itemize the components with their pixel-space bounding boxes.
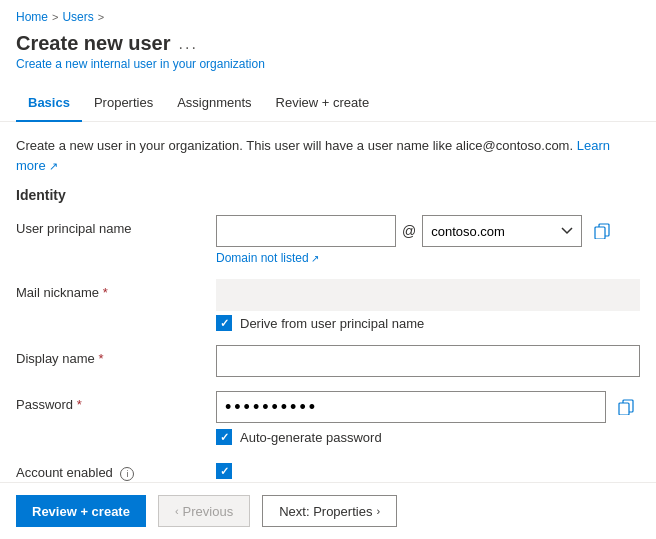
display-name-control (216, 345, 640, 377)
nickname-control: ✓ Derive from user principal name (216, 279, 640, 331)
previous-button[interactable]: ‹ Previous (158, 495, 250, 527)
password-row: Password ✓ Auto-generate password (16, 391, 640, 445)
password-control: ✓ Auto-generate password (216, 391, 640, 445)
nickname-row: Mail nickname ✓ Derive from user princip… (16, 279, 640, 331)
svg-rect-3 (619, 403, 629, 415)
account-info-icon[interactable]: i (120, 467, 134, 481)
nickname-label: Mail nickname (16, 279, 216, 300)
breadcrumb-home[interactable]: Home (16, 10, 48, 24)
upn-label: User principal name (16, 215, 216, 236)
autogenerate-checkbox[interactable]: ✓ (216, 429, 232, 445)
derive-checkbox[interactable]: ✓ (216, 315, 232, 331)
breadcrumb-sep2: > (98, 11, 104, 23)
display-name-input[interactable] (216, 345, 640, 377)
chevron-left-icon: ‹ (175, 505, 179, 517)
tab-review-create[interactable]: Review + create (264, 87, 382, 122)
autogenerate-checkbox-row: ✓ Auto-generate password (216, 429, 640, 445)
chevron-right-icon: › (376, 505, 380, 517)
password-label: Password (16, 391, 216, 412)
account-enabled-checkbox-row: ✓ (216, 463, 640, 479)
check-mark-icon: ✓ (220, 318, 229, 329)
account-enabled-label: Account enabled i (16, 459, 216, 481)
nickname-filled-area (216, 279, 640, 311)
password-input-row (216, 391, 640, 423)
page-title: Create new user (16, 32, 171, 55)
account-enabled-checkbox[interactable]: ✓ (216, 463, 232, 479)
footer: Review + create ‹ Previous Next: Propert… (0, 482, 656, 539)
upn-row: User principal name @ contoso.com (16, 215, 640, 265)
upn-input-row: @ contoso.com (216, 215, 640, 247)
breadcrumb: Home > Users > (0, 0, 656, 28)
derive-checkbox-row: ✓ Derive from user principal name (216, 315, 640, 331)
domain-not-listed-link[interactable]: Domain not listed (216, 251, 640, 265)
autogenerate-check-mark-icon: ✓ (220, 432, 229, 443)
identity-section-title: Identity (16, 187, 640, 203)
password-input[interactable] (216, 391, 606, 423)
copy-password-icon[interactable] (612, 393, 640, 421)
tab-basics[interactable]: Basics (16, 87, 82, 122)
main-content: Create a new user in your organization. … (0, 122, 656, 491)
domain-select[interactable]: contoso.com (422, 215, 582, 247)
upn-control: @ contoso.com Domain not listed (216, 215, 640, 265)
page-subtitle: Create a new internal user in your organ… (16, 57, 640, 71)
display-name-row: Display name (16, 345, 640, 377)
derive-checkbox-label: Derive from user principal name (240, 316, 424, 331)
copy-upn-icon[interactable] (588, 217, 616, 245)
autogenerate-checkbox-label: Auto-generate password (240, 430, 382, 445)
tab-bar: Basics Properties Assignments Review + c… (0, 87, 656, 122)
display-name-label: Display name (16, 345, 216, 366)
page-container: Home > Users > Create new user ... Creat… (0, 0, 656, 539)
tab-properties[interactable]: Properties (82, 87, 165, 122)
page-header: Create new user ... Create a new interna… (0, 28, 656, 79)
breadcrumb-sep1: > (52, 11, 58, 23)
review-create-button[interactable]: Review + create (16, 495, 146, 527)
upn-input[interactable] (216, 215, 396, 247)
info-text: Create a new user in your organization. … (16, 136, 640, 175)
svg-rect-1 (595, 227, 605, 239)
breadcrumb-users[interactable]: Users (62, 10, 93, 24)
account-enabled-control: ✓ (216, 459, 640, 479)
account-check-mark-icon: ✓ (220, 466, 229, 477)
at-sign: @ (402, 223, 416, 239)
tab-assignments[interactable]: Assignments (165, 87, 263, 122)
more-options-icon[interactable]: ... (179, 35, 198, 53)
title-row: Create new user ... (16, 32, 640, 55)
next-button[interactable]: Next: Properties › (262, 495, 397, 527)
